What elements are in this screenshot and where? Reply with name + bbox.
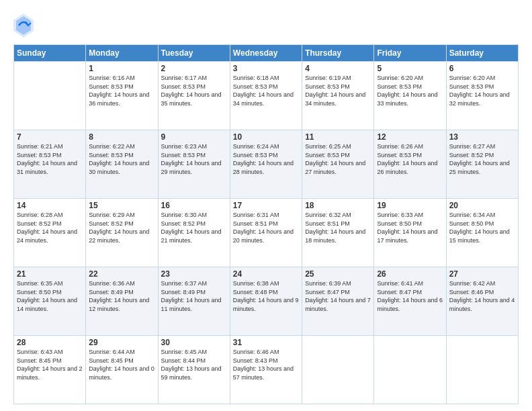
day-number: 25 (305, 269, 371, 279)
day-info: Sunrise: 6:32 AMSunset: 8:51 PMDaylight:… (305, 211, 371, 244)
calendar-cell: 29Sunrise: 6:44 AMSunset: 8:45 PMDayligh… (86, 336, 158, 404)
calendar-cell (446, 336, 518, 404)
column-header-saturday: Saturday (446, 45, 518, 62)
day-info: Sunrise: 6:16 AMSunset: 8:53 PMDaylight:… (89, 74, 154, 107)
calendar-cell: 21Sunrise: 6:35 AMSunset: 8:50 PMDayligh… (14, 267, 86, 336)
day-number: 28 (17, 338, 83, 347)
day-number: 12 (377, 132, 443, 142)
column-header-tuesday: Tuesday (158, 45, 230, 62)
calendar-cell: 6Sunrise: 6:20 AMSunset: 8:53 PMDaylight… (446, 62, 518, 130)
week-row-4: 28Sunrise: 6:43 AMSunset: 8:45 PMDayligh… (14, 336, 519, 404)
day-number: 13 (449, 132, 515, 142)
day-info: Sunrise: 6:23 AMSunset: 8:53 PMDaylight:… (161, 142, 227, 176)
day-info: Sunrise: 6:20 AMSunset: 8:53 PMDaylight:… (377, 74, 443, 107)
calendar-cell: 20Sunrise: 6:34 AMSunset: 8:50 PMDayligh… (446, 199, 518, 267)
calendar-cell: 9Sunrise: 6:23 AMSunset: 8:53 PMDaylight… (158, 130, 230, 199)
day-info: Sunrise: 6:36 AMSunset: 8:49 PMDaylight:… (89, 279, 154, 313)
column-header-monday: Monday (86, 45, 158, 62)
day-info: Sunrise: 6:21 AMSunset: 8:53 PMDaylight:… (17, 142, 83, 176)
day-info: Sunrise: 6:44 AMSunset: 8:45 PMDaylight:… (89, 348, 154, 381)
calendar-cell: 15Sunrise: 6:29 AMSunset: 8:52 PMDayligh… (86, 199, 158, 267)
logo (13, 13, 36, 38)
day-info: Sunrise: 6:33 AMSunset: 8:50 PMDaylight:… (377, 211, 443, 244)
week-row-3: 21Sunrise: 6:35 AMSunset: 8:50 PMDayligh… (14, 267, 519, 336)
week-row-1: 7Sunrise: 6:21 AMSunset: 8:53 PMDaylight… (14, 130, 519, 199)
day-number: 11 (305, 132, 371, 142)
calendar-cell: 13Sunrise: 6:27 AMSunset: 8:52 PMDayligh… (446, 130, 518, 199)
calendar-cell: 22Sunrise: 6:36 AMSunset: 8:49 PMDayligh… (86, 267, 158, 336)
calendar-cell: 7Sunrise: 6:21 AMSunset: 8:53 PMDaylight… (14, 130, 86, 199)
day-number: 18 (305, 201, 371, 210)
day-number: 29 (89, 338, 154, 347)
calendar-cell: 5Sunrise: 6:20 AMSunset: 8:53 PMDaylight… (374, 62, 446, 130)
day-number: 26 (377, 269, 443, 279)
day-info: Sunrise: 6:19 AMSunset: 8:53 PMDaylight:… (305, 74, 371, 107)
day-info: Sunrise: 6:37 AMSunset: 8:49 PMDaylight:… (161, 279, 227, 313)
day-info: Sunrise: 6:35 AMSunset: 8:50 PMDaylight:… (17, 279, 83, 313)
day-info: Sunrise: 6:46 AMSunset: 8:43 PMDaylight:… (233, 348, 299, 381)
day-number: 10 (233, 132, 299, 142)
day-info: Sunrise: 6:45 AMSunset: 8:44 PMDaylight:… (161, 348, 227, 381)
day-info: Sunrise: 6:28 AMSunset: 8:52 PMDaylight:… (17, 211, 83, 244)
day-info: Sunrise: 6:39 AMSunset: 8:47 PMDaylight:… (305, 279, 371, 313)
day-info: Sunrise: 6:17 AMSunset: 8:53 PMDaylight:… (161, 74, 227, 107)
calendar-cell: 19Sunrise: 6:33 AMSunset: 8:50 PMDayligh… (374, 199, 446, 267)
day-info: Sunrise: 6:34 AMSunset: 8:50 PMDaylight:… (449, 211, 515, 244)
column-header-sunday: Sunday (14, 45, 86, 62)
day-number: 20 (449, 201, 515, 210)
calendar-cell: 18Sunrise: 6:32 AMSunset: 8:51 PMDayligh… (302, 199, 374, 267)
day-number: 15 (89, 201, 154, 210)
calendar-cell (374, 336, 446, 404)
day-number: 14 (17, 201, 83, 210)
header (13, 11, 519, 38)
calendar-cell: 16Sunrise: 6:30 AMSunset: 8:52 PMDayligh… (158, 199, 230, 267)
column-header-thursday: Thursday (302, 45, 374, 62)
logo-icon (13, 13, 34, 38)
day-info: Sunrise: 6:24 AMSunset: 8:53 PMDaylight:… (233, 142, 299, 176)
day-number: 1 (89, 64, 154, 73)
day-number: 24 (233, 269, 299, 279)
day-info: Sunrise: 6:42 AMSunset: 8:46 PMDaylight:… (449, 279, 515, 313)
calendar-cell: 25Sunrise: 6:39 AMSunset: 8:47 PMDayligh… (302, 267, 374, 336)
day-number: 9 (161, 132, 227, 142)
day-number: 2 (161, 64, 227, 73)
calendar-cell: 4Sunrise: 6:19 AMSunset: 8:53 PMDaylight… (302, 62, 374, 130)
day-info: Sunrise: 6:31 AMSunset: 8:51 PMDaylight:… (233, 211, 299, 244)
day-number: 21 (17, 269, 83, 279)
calendar-cell: 11Sunrise: 6:25 AMSunset: 8:53 PMDayligh… (302, 130, 374, 199)
day-number: 7 (17, 132, 83, 142)
day-info: Sunrise: 6:27 AMSunset: 8:52 PMDaylight:… (449, 142, 515, 176)
day-number: 23 (161, 269, 227, 279)
calendar-cell: 23Sunrise: 6:37 AMSunset: 8:49 PMDayligh… (158, 267, 230, 336)
calendar-cell: 30Sunrise: 6:45 AMSunset: 8:44 PMDayligh… (158, 336, 230, 404)
calendar-cell (302, 336, 374, 404)
calendar-cell (14, 62, 86, 130)
day-info: Sunrise: 6:38 AMSunset: 8:48 PMDaylight:… (233, 279, 299, 313)
calendar-cell: 14Sunrise: 6:28 AMSunset: 8:52 PMDayligh… (14, 199, 86, 267)
day-info: Sunrise: 6:29 AMSunset: 8:52 PMDaylight:… (89, 211, 154, 244)
day-number: 5 (377, 64, 443, 73)
calendar-cell: 1Sunrise: 6:16 AMSunset: 8:53 PMDaylight… (86, 62, 158, 130)
calendar-table: SundayMondayTuesdayWednesdayThursdayFrid… (13, 44, 519, 404)
day-info: Sunrise: 6:41 AMSunset: 8:47 PMDaylight:… (377, 279, 443, 313)
day-info: Sunrise: 6:30 AMSunset: 8:52 PMDaylight:… (161, 211, 227, 244)
day-number: 30 (161, 338, 227, 347)
day-number: 4 (305, 64, 371, 73)
header-row: SundayMondayTuesdayWednesdayThursdayFrid… (14, 45, 519, 62)
day-number: 27 (449, 269, 515, 279)
day-info: Sunrise: 6:43 AMSunset: 8:45 PMDaylight:… (17, 348, 83, 381)
calendar-cell: 24Sunrise: 6:38 AMSunset: 8:48 PMDayligh… (230, 267, 302, 336)
day-number: 6 (449, 64, 515, 73)
day-number: 19 (377, 201, 443, 210)
calendar-cell: 28Sunrise: 6:43 AMSunset: 8:45 PMDayligh… (14, 336, 86, 404)
day-number: 31 (233, 338, 299, 347)
page: SundayMondayTuesdayWednesdayThursdayFrid… (0, 0, 532, 411)
day-info: Sunrise: 6:20 AMSunset: 8:53 PMDaylight:… (449, 74, 515, 107)
day-info: Sunrise: 6:18 AMSunset: 8:53 PMDaylight:… (233, 74, 299, 107)
day-info: Sunrise: 6:22 AMSunset: 8:53 PMDaylight:… (89, 142, 154, 176)
column-header-wednesday: Wednesday (230, 45, 302, 62)
day-info: Sunrise: 6:25 AMSunset: 8:53 PMDaylight:… (305, 142, 371, 176)
calendar-cell: 10Sunrise: 6:24 AMSunset: 8:53 PMDayligh… (230, 130, 302, 199)
calendar-cell: 17Sunrise: 6:31 AMSunset: 8:51 PMDayligh… (230, 199, 302, 267)
calendar-cell: 12Sunrise: 6:26 AMSunset: 8:53 PMDayligh… (374, 130, 446, 199)
